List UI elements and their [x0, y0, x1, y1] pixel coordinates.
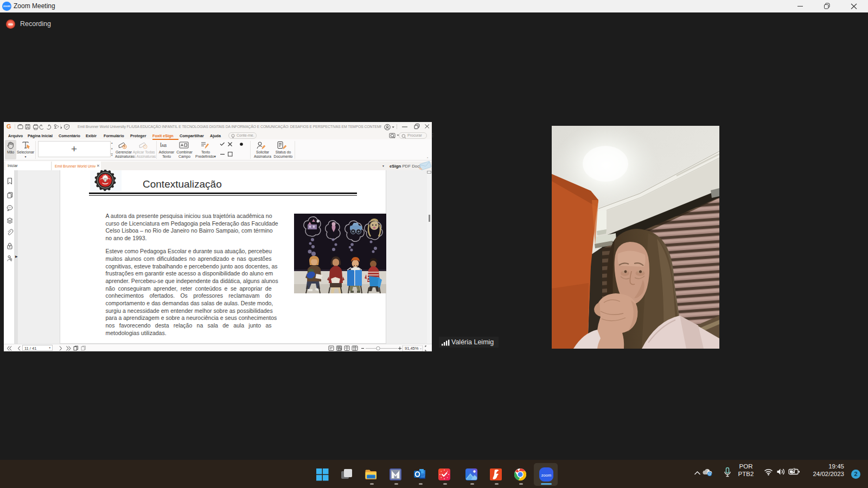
svg-text:zoom: zoom	[541, 473, 551, 478]
